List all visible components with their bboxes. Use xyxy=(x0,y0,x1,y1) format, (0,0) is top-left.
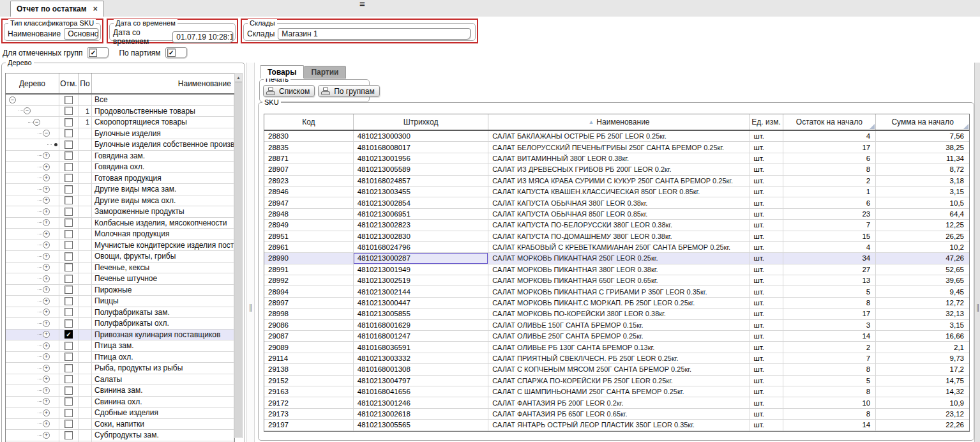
collapse-icon[interactable]: − xyxy=(24,107,31,114)
expand-icon[interactable]: + xyxy=(43,342,50,349)
tree-row-checkbox[interactable] xyxy=(64,319,73,328)
table-row[interactable]: 291724810213001246САЛАТ ФАНТАЗИЯ РБ 200Г… xyxy=(264,397,969,408)
tree-scrollbar-thumb[interactable] xyxy=(235,82,242,437)
tree-row-checkbox[interactable] xyxy=(64,96,73,104)
table-row[interactable]: 291634810168041656САЛАТ С ШАМПИНЬОНАМИ 2… xyxy=(264,386,969,397)
tree-row-checkbox[interactable] xyxy=(64,196,73,204)
tree-row[interactable]: +Печенье штучное xyxy=(6,273,234,285)
tab-batches[interactable]: Партии xyxy=(304,66,346,79)
tree-scrollbar[interactable]: ▲ xyxy=(234,73,243,438)
expand-icon[interactable]: + xyxy=(43,420,50,427)
tree-row-checkbox[interactable] xyxy=(64,174,73,182)
tree-row[interactable]: +Сдобные изделия xyxy=(6,408,234,419)
tree-row-checkbox[interactable] xyxy=(64,129,73,137)
expand-icon[interactable]: + xyxy=(43,174,50,181)
option-marked-groups-checkbox[interactable]: ✓ xyxy=(87,47,109,58)
expand-icon[interactable]: + xyxy=(43,219,50,226)
table-row[interactable]: 289984810213005855САЛАТ МОРКОВЬ ПО-КОРЕЙ… xyxy=(264,309,969,319)
tree-row[interactable]: +Замороженные продукты xyxy=(6,206,234,218)
table-row[interactable]: 289614810168024796САЛАТ КРАБОВЫЙ С КРЕВЕ… xyxy=(264,242,969,253)
tree-row-checkbox[interactable] xyxy=(64,107,73,115)
column-header-barcode[interactable]: Штрихкод xyxy=(354,114,489,130)
tree-row[interactable]: +Другие виды мяса зам. xyxy=(6,184,234,195)
table-row[interactable]: 289494810213002823САЛАТ КАПУСТА ПО-БЕЛОР… xyxy=(264,220,969,231)
table-row[interactable]: 288354810168008017САЛАТ БЕЛОРУССКИЙ ПЕЧЕ… xyxy=(264,142,969,153)
tree-row-checkbox[interactable] xyxy=(64,252,73,261)
expand-icon[interactable]: + xyxy=(43,398,50,405)
tree-row-checkbox[interactable] xyxy=(64,241,73,249)
column-header-name[interactable]: ▲ Наименование xyxy=(488,114,750,130)
expand-icon[interactable]: + xyxy=(43,387,50,394)
expand-icon[interactable]: + xyxy=(43,164,50,171)
tree-row-checkbox[interactable] xyxy=(64,118,73,126)
table-row[interactable]: 289904810213000287САЛАТ МОРКОВЬ ПИКАНТНА… xyxy=(264,253,969,264)
tree-row-checkbox[interactable] xyxy=(64,297,73,305)
tree-row[interactable]: −1Скоропортящиеся товары xyxy=(6,117,234,128)
table-row[interactable]: 291734810213002618САЛАТ ФАНТАЗИЯ РБ 650Г… xyxy=(264,409,969,420)
tree-row[interactable]: −Все xyxy=(6,95,234,106)
tree-row-checkbox[interactable] xyxy=(64,208,73,216)
tree-row[interactable]: +Говядина зам. xyxy=(6,151,234,162)
tree-row[interactable]: +Мучнистые кондитерские изделия поставщи xyxy=(6,240,234,252)
expand-icon[interactable]: + xyxy=(43,186,50,193)
tree-row[interactable]: +Рыба, продукты из рыбы xyxy=(6,363,234,374)
tree-row-checkbox[interactable] xyxy=(64,163,73,171)
table-row[interactable]: 290874810168001247САЛАТ ОЛИВЬЕ 250Г САНТ… xyxy=(264,331,969,342)
tab-goods[interactable]: Товары xyxy=(260,65,304,79)
expand-icon[interactable]: + xyxy=(43,309,50,316)
expand-icon[interactable]: + xyxy=(43,409,50,416)
expand-icon[interactable]: + xyxy=(43,376,50,383)
table-row[interactable]: 289924810213002519САЛАТ МОРКОВЬ ПИКАНТНА… xyxy=(264,275,969,286)
table-row[interactable]: 289514810213002830САЛАТ КАПУСТА ПО-ДОМАШ… xyxy=(264,231,969,242)
expand-icon[interactable]: + xyxy=(43,298,50,305)
tree-row[interactable]: +Печенье, кексы xyxy=(6,263,234,274)
column-header-opening-sum[interactable]: Сумма на начало xyxy=(876,114,969,130)
tab-report[interactable]: Отчет по остаткам × xyxy=(10,1,104,17)
tree-row[interactable]: +Полуфабрикаты охл. xyxy=(6,318,234,330)
tree-row[interactable]: −Булочные изделия xyxy=(6,128,234,140)
table-row[interactable]: 290864810168001629САЛАТ ОЛИВЬЕ 150Г САНТ… xyxy=(264,320,969,331)
splitter-grip-icon[interactable]: ║ xyxy=(248,304,253,311)
tree-row[interactable]: +Молочная продукция xyxy=(6,229,234,240)
classifier-select[interactable]: Основной xyxy=(64,28,98,40)
table-row[interactable]: 289074810213005589САЛАТ ИЗ ДРЕВЕСНЫХ ГРИ… xyxy=(264,164,969,175)
column-header-opening-qty[interactable]: Остаток на начало xyxy=(783,114,877,130)
drag-grip-icon[interactable]: ≡ xyxy=(359,0,365,9)
tree-row[interactable]: +Соки, напитки xyxy=(6,419,234,431)
column-header-code[interactable]: Код xyxy=(264,114,354,130)
expand-icon[interactable]: + xyxy=(43,432,50,439)
tree-row-checkbox[interactable] xyxy=(64,230,73,238)
tree-row[interactable]: +Свинина охл. xyxy=(6,397,234,408)
tree-row-checkbox[interactable] xyxy=(64,141,73,149)
table-row[interactable]: 289474810213002854САЛАТ КАПУСТА ОБЫЧНАЯ … xyxy=(264,197,969,208)
table-row[interactable]: 289464810213003455САЛАТ КАПУСТА КВАШЕН.К… xyxy=(264,187,969,197)
tree-row[interactable]: +Говядина охл. xyxy=(6,162,234,173)
tree-row-checkbox[interactable] xyxy=(64,286,73,294)
tree-row-checkbox[interactable] xyxy=(64,431,73,439)
expand-icon[interactable]: + xyxy=(43,208,50,215)
expand-icon[interactable]: + xyxy=(43,264,50,271)
tree-row-checkbox[interactable] xyxy=(64,263,73,271)
expand-icon[interactable]: + xyxy=(43,320,50,327)
tree-header-po[interactable]: По xyxy=(79,73,92,93)
table-row[interactable]: 291384810168001308САЛАТ С КОПЧЕНЫМ МЯСОМ… xyxy=(264,364,969,375)
table-row[interactable]: 291974810213005565САЛАТ ЯНТАРЬ ОСТРЫЙ ЛЕ… xyxy=(264,420,969,431)
tree-row[interactable]: +Полуфабрикаты зам. xyxy=(6,307,234,319)
tree-row-checkbox[interactable] xyxy=(64,275,73,283)
tree-row-checkbox[interactable] xyxy=(64,218,73,227)
expand-icon[interactable]: + xyxy=(43,231,50,238)
tree-row[interactable]: +Колбасные изделия, мясокопчености xyxy=(6,218,234,229)
table-row[interactable]: 289944810213002144САЛАТ МОРКОВЬ ПИКАНТНА… xyxy=(264,286,969,297)
expand-icon[interactable]: + xyxy=(43,286,50,293)
tree-row[interactable]: −1Продовольственные товары xyxy=(6,106,234,118)
tree-row-checkbox[interactable] xyxy=(64,185,73,194)
tree-row[interactable]: +Овощи, фрукты, грибы xyxy=(6,251,234,263)
expand-icon[interactable]: + xyxy=(43,353,50,360)
right-edge-splitter[interactable]: ║ xyxy=(974,63,980,442)
tree-row[interactable]: +Пиццы xyxy=(6,296,234,307)
tree-row[interactable]: +Свинина зам. xyxy=(6,385,234,397)
table-row[interactable]: 290894810168036591САЛАТ ОЛИВЬЕ РБ 130Г С… xyxy=(264,342,969,353)
table-row[interactable]: 289234810168024857САЛАТ ИЗ МЯСА КРАБА СУ… xyxy=(264,176,969,187)
collapse-icon[interactable]: − xyxy=(33,119,40,126)
tree-row-checkbox[interactable] xyxy=(64,420,73,428)
